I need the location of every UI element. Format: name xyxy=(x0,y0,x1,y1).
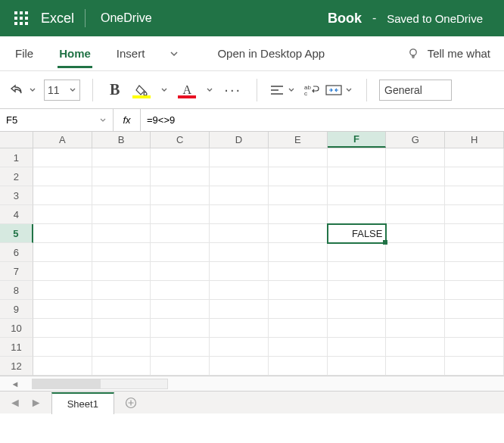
app-name[interactable]: Excel xyxy=(36,11,85,27)
row-header-5[interactable]: 5 xyxy=(0,224,33,243)
cell-B6[interactable] xyxy=(92,243,151,262)
cell-F6[interactable] xyxy=(328,243,387,262)
sheet-nav-last-icon[interactable]: ► xyxy=(30,396,42,410)
row-header-8[interactable]: 8 xyxy=(0,281,33,300)
more-formatting-button[interactable]: ··· xyxy=(221,81,244,98)
cell-A7[interactable] xyxy=(33,262,92,281)
cell-C9[interactable] xyxy=(151,300,210,319)
cell-E8[interactable] xyxy=(269,281,328,300)
app-launcher-icon[interactable] xyxy=(6,0,36,36)
cell-A6[interactable] xyxy=(33,243,92,262)
cell-A2[interactable] xyxy=(33,167,92,186)
row-header-1[interactable]: 1 xyxy=(0,148,33,167)
row-header-7[interactable]: 7 xyxy=(0,262,33,281)
cell-F1[interactable] xyxy=(328,148,387,167)
cell-D9[interactable] xyxy=(210,300,269,319)
column-header-A[interactable]: A xyxy=(33,132,92,148)
fx-button[interactable]: fx xyxy=(114,109,141,131)
column-header-H[interactable]: H xyxy=(445,132,504,148)
cell-C5[interactable] xyxy=(151,224,210,243)
merge-button[interactable] xyxy=(325,84,354,96)
cell-C2[interactable] xyxy=(151,167,210,186)
cell-G1[interactable] xyxy=(386,148,445,167)
cell-A4[interactable] xyxy=(33,205,92,224)
cell-H8[interactable] xyxy=(445,281,504,300)
cell-E10[interactable] xyxy=(269,319,328,338)
cell-B11[interactable] xyxy=(92,338,151,357)
select-all-corner[interactable] xyxy=(0,132,33,148)
tab-file[interactable]: File xyxy=(14,39,35,67)
column-header-E[interactable]: E xyxy=(269,132,328,148)
cell-H12[interactable] xyxy=(445,357,504,376)
cell-B2[interactable] xyxy=(92,167,151,186)
cell-E5[interactable] xyxy=(269,224,328,243)
cell-G5[interactable] xyxy=(386,224,445,243)
cell-B12[interactable] xyxy=(92,357,151,376)
cell-F11[interactable] xyxy=(328,338,387,357)
font-size-select[interactable]: 11 xyxy=(44,80,80,101)
hscroll-thumb[interactable] xyxy=(33,379,101,388)
cell-D4[interactable] xyxy=(210,205,269,224)
column-header-G[interactable]: G xyxy=(386,132,445,148)
cell-B7[interactable] xyxy=(92,262,151,281)
cell-E2[interactable] xyxy=(269,167,328,186)
row-header-11[interactable]: 11 xyxy=(0,338,33,357)
cell-C7[interactable] xyxy=(151,262,210,281)
cell-C10[interactable] xyxy=(151,319,210,338)
cell-B3[interactable] xyxy=(92,186,151,205)
cell-D1[interactable] xyxy=(210,148,269,167)
cell-F12[interactable] xyxy=(328,357,387,376)
cell-F9[interactable] xyxy=(328,300,387,319)
row-header-6[interactable]: 6 xyxy=(0,243,33,262)
cell-D5[interactable] xyxy=(210,224,269,243)
spreadsheet-grid[interactable]: ABCDEFGH 12345FALSE6789101112 xyxy=(0,132,504,376)
cell-C8[interactable] xyxy=(151,281,210,300)
cell-A11[interactable] xyxy=(33,338,92,357)
cell-G9[interactable] xyxy=(386,300,445,319)
cell-C1[interactable] xyxy=(151,148,210,167)
tell-me-input[interactable]: Tell me what xyxy=(428,47,490,60)
cell-F7[interactable] xyxy=(328,262,387,281)
cell-H4[interactable] xyxy=(445,205,504,224)
cell-D3[interactable] xyxy=(210,186,269,205)
cell-E11[interactable] xyxy=(269,338,328,357)
hscroll-track[interactable] xyxy=(32,379,168,389)
row-header-4[interactable]: 4 xyxy=(0,205,33,224)
cell-H6[interactable] xyxy=(445,243,504,262)
cell-A1[interactable] xyxy=(33,148,92,167)
cell-H10[interactable] xyxy=(445,319,504,338)
cell-B4[interactable] xyxy=(92,205,151,224)
cell-H5[interactable] xyxy=(445,224,504,243)
cell-H3[interactable] xyxy=(445,186,504,205)
cell-G12[interactable] xyxy=(386,357,445,376)
undo-button[interactable] xyxy=(9,83,38,98)
cell-B1[interactable] xyxy=(92,148,151,167)
alignment-chevron-icon[interactable] xyxy=(286,86,297,94)
cell-D2[interactable] xyxy=(210,167,269,186)
name-box[interactable]: F5 xyxy=(0,109,114,131)
cell-D6[interactable] xyxy=(210,243,269,262)
cell-A8[interactable] xyxy=(33,281,92,300)
cell-E3[interactable] xyxy=(269,186,328,205)
cell-G2[interactable] xyxy=(386,167,445,186)
bold-button[interactable]: B xyxy=(105,81,124,98)
row-header-10[interactable]: 10 xyxy=(0,319,33,338)
cell-F5[interactable]: FALSE xyxy=(328,224,387,243)
undo-chevron-icon[interactable] xyxy=(27,86,38,94)
fill-color-chevron-icon[interactable] xyxy=(159,86,170,94)
cell-C3[interactable] xyxy=(151,186,210,205)
cell-B5[interactable] xyxy=(92,224,151,243)
cell-D8[interactable] xyxy=(210,281,269,300)
column-header-B[interactable]: B xyxy=(92,132,151,148)
column-header-C[interactable]: C xyxy=(151,132,210,148)
tab-insert[interactable]: Insert xyxy=(115,39,147,67)
cell-A12[interactable] xyxy=(33,357,92,376)
cell-G4[interactable] xyxy=(386,205,445,224)
cell-A3[interactable] xyxy=(33,186,92,205)
cell-D11[interactable] xyxy=(210,338,269,357)
cell-F8[interactable] xyxy=(328,281,387,300)
column-header-F[interactable]: F xyxy=(328,132,387,148)
cell-E7[interactable] xyxy=(269,262,328,281)
cell-G11[interactable] xyxy=(386,338,445,357)
cell-C6[interactable] xyxy=(151,243,210,262)
